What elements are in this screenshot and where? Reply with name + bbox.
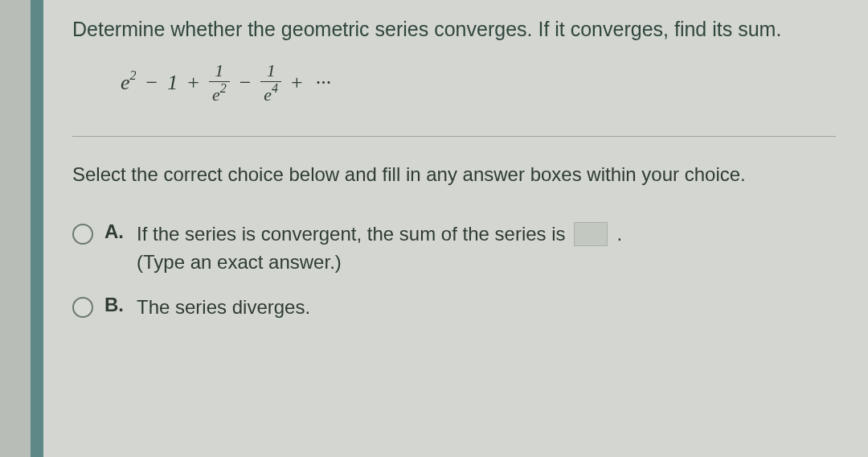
accent-bar (31, 0, 43, 457)
answer-input[interactable] (574, 222, 608, 246)
choice-b: B. The series diverges. (72, 294, 836, 322)
prompt-text: Select the correct choice below and fill… (72, 161, 836, 188)
choice-a: A. If the series is convergent, the sum … (72, 220, 836, 277)
minus-op: − (143, 71, 162, 95)
page: Determine whether the geometric series c… (0, 0, 868, 457)
content-area: Determine whether the geometric series c… (43, 0, 868, 457)
plus-op-2: + (288, 71, 306, 95)
fraction-1-over-e4: 1 e4 (260, 61, 281, 105)
choice-b-text: The series diverges. (137, 294, 310, 322)
series-term-e2: e2 (121, 70, 137, 95)
choice-a-hint: (Type an exact answer.) (137, 249, 622, 277)
choice-a-text: If the series is convergent, the sum of … (137, 220, 566, 249)
choices-group: A. If the series is convergent, the sum … (72, 220, 836, 322)
fraction-1-over-e2: 1 e2 (209, 61, 230, 105)
question-title: Determine whether the geometric series c… (72, 16, 836, 43)
divider (72, 136, 836, 137)
choice-b-label: B. (104, 294, 125, 316)
choice-a-label: A. (104, 220, 125, 243)
minus-op-2: − (236, 71, 255, 95)
choice-a-body: If the series is convergent, the sum of … (137, 220, 622, 277)
plus-op: + (184, 71, 203, 95)
choice-a-period: . (617, 220, 623, 249)
choice-b-body: The series diverges. (137, 294, 310, 322)
ellipsis: ··· (313, 71, 335, 95)
radio-a[interactable] (72, 224, 93, 245)
series-expression: e2 − 1 + 1 e2 − 1 e4 + ··· (121, 61, 836, 105)
radio-b[interactable] (72, 297, 93, 318)
series-term-1: 1 (167, 71, 178, 95)
